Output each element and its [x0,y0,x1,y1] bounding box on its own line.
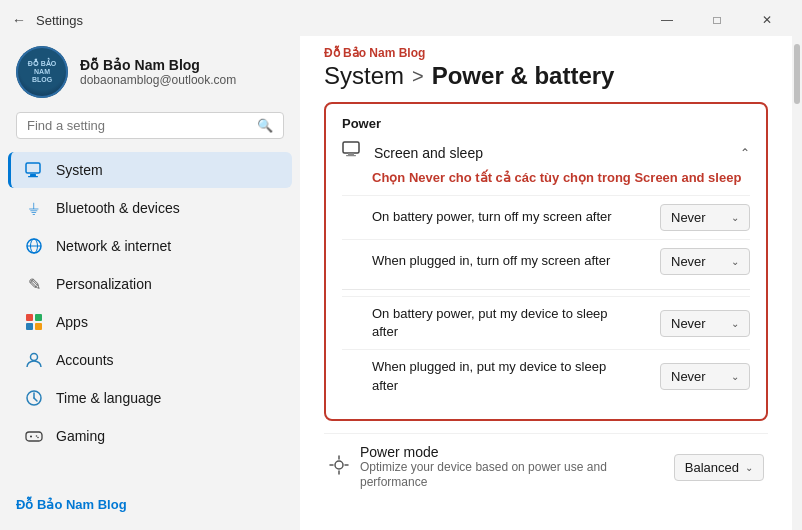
plugged-screen-dropdown[interactable]: Never ⌄ [660,248,750,275]
system-icon [24,160,44,180]
plugged-sleep-dropdown[interactable]: Never ⌄ [660,363,750,390]
setting-label-battery-screen: On battery power, turn off my screen aft… [372,208,612,226]
svg-rect-0 [26,163,40,173]
page-title-current: Power & battery [432,62,615,90]
back-icon[interactable]: ← [12,12,26,28]
battery-sleep-dropdown[interactable]: Never ⌄ [660,310,750,337]
screen-sleep-left: Screen and sleep [342,141,483,164]
close-button[interactable]: ✕ [744,6,790,34]
content-area: Đỗ Bảo Nam Blog System > Power & battery… [300,36,792,530]
battery-screen-value: Never [671,210,706,225]
svg-rect-19 [343,142,359,153]
power-mode-icon [328,454,350,481]
search-icon: 🔍 [257,118,273,133]
content-body: Power Screen and sleep ⌃ [300,102,792,530]
chevron-up-icon: ⌃ [740,146,750,160]
page-title: System > Power & battery [324,62,768,90]
power-box: Power Screen and sleep ⌃ [324,102,768,421]
battery-sleep-value: Never [671,316,706,331]
svg-rect-7 [35,314,42,321]
search-box[interactable]: 🔍 [16,112,284,139]
svg-rect-2 [28,176,38,177]
sidebar-item-apps[interactable]: Apps [8,304,292,340]
power-mode-left: Power mode Optimize your device based on… [328,444,640,491]
screen-sleep-header[interactable]: Screen and sleep ⌃ [342,141,750,170]
plugged-screen-value: Never [671,254,706,269]
sidebar-item-time-language[interactable]: Time & language [8,380,292,416]
setting-row-plugged-sleep: When plugged in, put my device to sleep … [342,349,750,402]
plugged-sleep-value: Never [671,369,706,384]
power-mode-desc: Optimize your device based on power use … [360,460,640,491]
power-mode-info: Power mode Optimize your device based on… [360,444,640,491]
sidebar-item-system[interactable]: System [8,152,292,188]
search-input[interactable] [27,118,249,133]
svg-rect-21 [346,155,356,156]
svg-rect-20 [348,153,354,155]
sidebar-watermark: Đỗ Bảo Nam Blog [0,489,300,520]
dropdown-arrow-2: ⌄ [731,318,739,329]
sidebar-item-network[interactable]: Network & internet [8,228,292,264]
gaming-icon [24,426,44,446]
sidebar-item-accounts[interactable]: Accounts [8,342,292,378]
power-mode-row: Power mode Optimize your device based on… [324,433,768,501]
title-bar-left: ← Settings [12,12,83,28]
sidebar-item-gaming-label: Gaming [56,428,105,444]
screen-sleep-icon [342,141,364,164]
maximize-button[interactable]: □ [694,6,740,34]
svg-line-13 [34,398,37,401]
bluetooth-icon: ⏚ [24,198,44,218]
sidebar: ĐỖ BẢONAMBLOG Đỗ Bảo Nam Blog dobaonambl… [0,36,300,530]
sidebar-item-apps-label: Apps [56,314,88,330]
sidebar-item-bluetooth-label: Bluetooth & devices [56,200,180,216]
highlight-text: Chọn Never cho tất cả các tùy chọn trong… [342,170,750,185]
power-mode-dropdown[interactable]: Balanced ⌄ [674,454,764,481]
screen-sleep-label: Screen and sleep [374,145,483,161]
sidebar-item-personalization-label: Personalization [56,276,152,292]
sidebar-item-gaming[interactable]: Gaming [8,418,292,454]
sidebar-item-personalization[interactable]: ✎ Personalization [8,266,292,302]
dropdown-arrow-1: ⌄ [731,256,739,267]
power-section-title: Power [342,116,750,131]
power-mode-title: Power mode [360,444,640,460]
svg-rect-14 [26,432,42,441]
scrollbar-thumb[interactable] [794,44,800,104]
content-header: Đỗ Bảo Nam Blog System > Power & battery [300,36,792,102]
sidebar-item-time-language-label: Time & language [56,390,161,406]
breadcrumb-system: System [324,62,404,90]
avatar: ĐỖ BẢONAMBLOG [16,46,68,98]
svg-rect-9 [35,323,42,330]
title-bar-controls: — □ ✕ [644,6,790,34]
time-language-icon [24,388,44,408]
setting-label-plugged-screen: When plugged in, turn off my screen afte… [372,252,610,270]
profile-info: Đỗ Bảo Nam Blog dobaonamblog@outlook.com [80,57,236,87]
personalization-icon: ✎ [24,274,44,294]
battery-screen-dropdown[interactable]: Never ⌄ [660,204,750,231]
sidebar-item-network-label: Network & internet [56,238,171,254]
dropdown-arrow-0: ⌄ [731,212,739,223]
apps-icon [24,312,44,332]
svg-point-22 [335,461,343,469]
sidebar-item-accounts-label: Accounts [56,352,114,368]
svg-rect-6 [26,314,33,321]
setting-label-plugged-sleep: When plugged in, put my device to sleep … [372,358,622,394]
network-icon [24,236,44,256]
accounts-icon [24,350,44,370]
setting-row-plugged-screen: When plugged in, turn off my screen afte… [342,239,750,283]
profile-section: ĐỖ BẢONAMBLOG Đỗ Bảo Nam Blog dobaonambl… [0,36,300,112]
setting-row-battery-sleep: On battery power, put my device to sleep… [342,296,750,349]
profile-email: dobaonamblog@outlook.com [80,73,236,87]
breadcrumb-arrow: > [412,65,424,88]
power-mode-dropdown-arrow: ⌄ [745,462,753,473]
scrollbar-track [792,36,802,530]
avatar-inner: ĐỖ BẢONAMBLOG [16,46,68,98]
sidebar-item-bluetooth[interactable]: ⏚ Bluetooth & devices [8,190,292,226]
title-bar-title: Settings [36,13,83,28]
svg-point-18 [37,437,39,439]
svg-rect-1 [30,174,36,176]
setting-label-battery-sleep: On battery power, put my device to sleep… [372,305,622,341]
title-bar: ← Settings — □ ✕ [0,0,802,36]
main-layout: ĐỖ BẢONAMBLOG Đỗ Bảo Nam Blog dobaonambl… [0,36,802,530]
svg-point-17 [36,435,38,437]
minimize-button[interactable]: — [644,6,690,34]
setting-row-battery-screen: On battery power, turn off my screen aft… [342,195,750,239]
